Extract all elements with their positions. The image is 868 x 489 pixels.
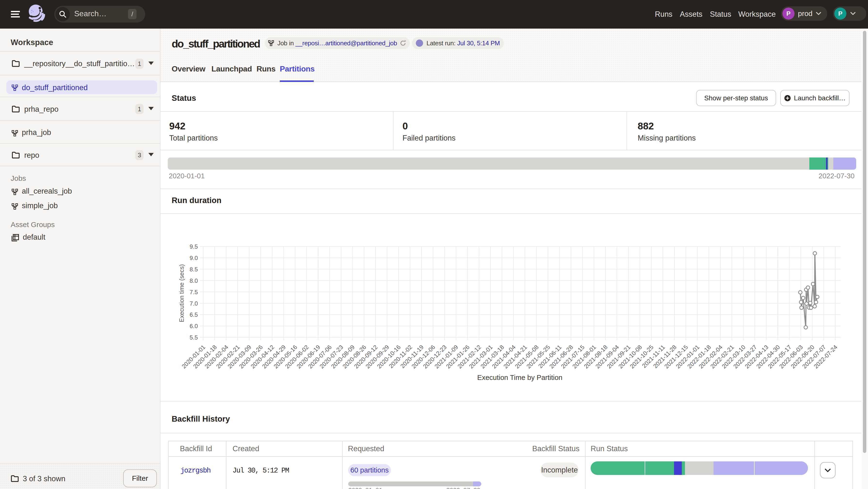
svg-text:5.5: 5.5 — [190, 334, 198, 341]
svg-text:7.5: 7.5 — [190, 289, 198, 295]
svg-text:6.0: 6.0 — [190, 323, 198, 329]
svg-text:8.0: 8.0 — [190, 278, 198, 284]
svg-text:9.0: 9.0 — [190, 255, 198, 261]
svg-text:Execution Time by Partition: Execution Time by Partition — [477, 374, 562, 382]
svg-text:Execution time (secs): Execution time (secs) — [178, 264, 185, 322]
svg-text:9.5: 9.5 — [190, 243, 198, 250]
svg-text:8.5: 8.5 — [190, 266, 198, 272]
svg-text:7.0: 7.0 — [190, 300, 198, 307]
svg-text:6.5: 6.5 — [190, 312, 198, 318]
